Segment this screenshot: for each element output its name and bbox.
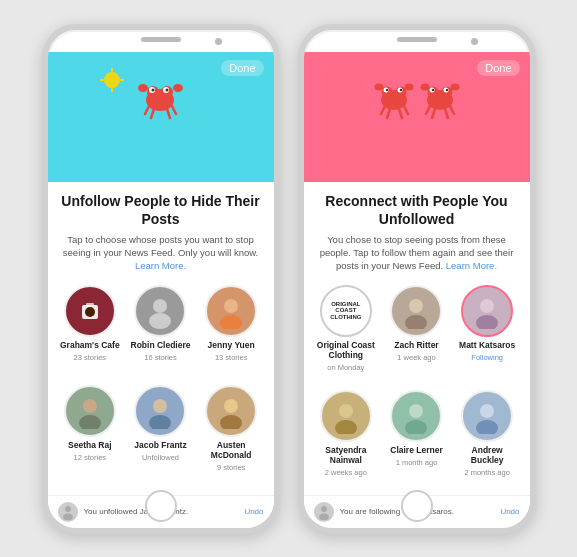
- svg-line-55: [426, 106, 430, 114]
- svg-point-28: [149, 415, 171, 429]
- phone2-title: Reconnect with People You Unfollowed: [316, 192, 518, 228]
- person-silhouette: [398, 398, 434, 434]
- list-item[interactable]: Andrew Buckley 2 months ago: [455, 390, 520, 489]
- avatar: [461, 390, 513, 442]
- phone2-camera: [471, 38, 478, 45]
- phone-unfollow: Done: [42, 24, 280, 534]
- crab-left-icon: [133, 68, 188, 123]
- avatar: [64, 385, 116, 437]
- svg-point-26: [79, 415, 101, 429]
- person-silhouette: [469, 293, 505, 329]
- phone2-header: Done: [304, 52, 530, 182]
- person-name: Claire Lerner: [390, 445, 442, 455]
- svg-point-62: [476, 315, 498, 329]
- svg-point-12: [138, 84, 148, 92]
- person-sub: 2 weeks ago: [325, 468, 367, 477]
- person-name: Andrew Buckley: [455, 445, 520, 465]
- list-item[interactable]: Graham's Cafe 23 stories: [58, 285, 123, 379]
- avatar: [320, 390, 372, 442]
- person-sub: 12 stories: [74, 453, 107, 462]
- svg-rect-19: [86, 303, 94, 307]
- svg-point-40: [374, 83, 383, 90]
- svg-point-59: [409, 299, 423, 313]
- person-silhouette: [213, 393, 249, 429]
- svg-point-70: [319, 513, 329, 520]
- svg-line-42: [381, 106, 385, 114]
- person-silhouette: [398, 293, 434, 329]
- svg-point-41: [404, 83, 413, 90]
- svg-point-61: [480, 299, 494, 313]
- phone2-people-grid: ORIGINALCOASTCLOTHING Original Coast Clo…: [304, 279, 530, 495]
- avatar: [390, 285, 442, 337]
- person-sub: Unfollowed: [142, 453, 179, 462]
- svg-point-29: [224, 399, 238, 413]
- svg-point-10: [152, 88, 155, 91]
- svg-line-44: [399, 109, 402, 118]
- avatar: [461, 285, 513, 337]
- svg-line-56: [432, 109, 435, 118]
- person-name: Jenny Yuen: [208, 340, 255, 350]
- phone2-home-button[interactable]: [401, 490, 433, 522]
- phone1-done-button[interactable]: Done: [221, 60, 263, 76]
- phone2-done-button[interactable]: Done: [477, 60, 519, 76]
- svg-line-58: [450, 106, 454, 114]
- svg-point-54: [450, 83, 459, 90]
- svg-line-16: [167, 109, 170, 118]
- coffee-icon: [76, 297, 104, 325]
- svg-point-30: [220, 415, 242, 429]
- phone2-screen: Done: [304, 52, 530, 528]
- svg-point-32: [63, 513, 73, 520]
- list-item[interactable]: Seetha Raj 12 stories: [58, 385, 123, 489]
- avatar: [205, 385, 257, 437]
- person-silhouette: [142, 393, 178, 429]
- svg-point-13: [173, 84, 183, 92]
- phone1-camera: [215, 38, 222, 45]
- person-silhouette: [213, 293, 249, 329]
- sun-icon: [98, 66, 126, 94]
- person-silhouette: [469, 398, 505, 434]
- phones-container: Done: [22, 4, 556, 554]
- phone1-learn-more[interactable]: Learn More.: [135, 260, 186, 271]
- crab-pair-icon: [372, 68, 462, 123]
- avatar: ORIGINALCOASTCLOTHING: [320, 285, 372, 337]
- phone1-home-button[interactable]: [145, 490, 177, 522]
- list-item[interactable]: Claire Lerner 1 month ago: [384, 390, 449, 489]
- svg-point-67: [480, 404, 494, 418]
- phone1-people-grid: Graham's Cafe 23 stories Robin Clediere …: [48, 279, 274, 495]
- list-item[interactable]: Zach Ritter 1 week ago: [384, 285, 449, 384]
- svg-point-51: [431, 88, 433, 90]
- svg-point-52: [445, 88, 447, 90]
- svg-point-68: [476, 420, 498, 434]
- list-item[interactable]: Jacob Frantz Unfollowed: [128, 385, 193, 489]
- list-item[interactable]: Matt Katsaros Following: [455, 285, 520, 384]
- person-name: Seetha Raj: [68, 440, 111, 450]
- person-name: Graham's Cafe: [60, 340, 120, 350]
- phone2-title-section: Reconnect with People You Unfollowed You…: [304, 182, 530, 279]
- status-avatar: [58, 502, 78, 522]
- list-item[interactable]: Robin Clediere 16 stories: [128, 285, 193, 379]
- list-item[interactable]: Satyendra Nainwal 2 weeks ago: [314, 390, 379, 489]
- person-sub: 1 month ago: [396, 458, 438, 467]
- undo-button[interactable]: Undo: [500, 507, 519, 516]
- svg-line-45: [404, 106, 408, 114]
- phone1-speaker: [141, 37, 181, 42]
- list-item[interactable]: Jenny Yuen 13 stories: [199, 285, 264, 379]
- list-item[interactable]: Austen McDonald 9 stories: [199, 385, 264, 489]
- svg-line-14: [145, 106, 149, 114]
- phone2-learn-more[interactable]: Learn More.: [446, 260, 497, 271]
- person-sub: 2 months ago: [464, 468, 509, 477]
- list-item[interactable]: ORIGINALCOASTCLOTHING Original Coast Clo…: [314, 285, 379, 384]
- svg-line-43: [387, 109, 390, 118]
- svg-point-25: [83, 399, 97, 413]
- svg-point-39: [399, 88, 401, 90]
- svg-point-23: [224, 299, 238, 313]
- person-silhouette: [328, 398, 364, 434]
- svg-point-20: [85, 307, 95, 317]
- person-sub: 23 stories: [74, 353, 107, 362]
- phone2-speaker: [397, 37, 437, 42]
- phone1-mascots: [133, 68, 188, 123]
- svg-point-69: [321, 506, 327, 512]
- status-avatar: [314, 502, 334, 522]
- undo-button[interactable]: Undo: [244, 507, 263, 516]
- svg-line-15: [151, 109, 154, 118]
